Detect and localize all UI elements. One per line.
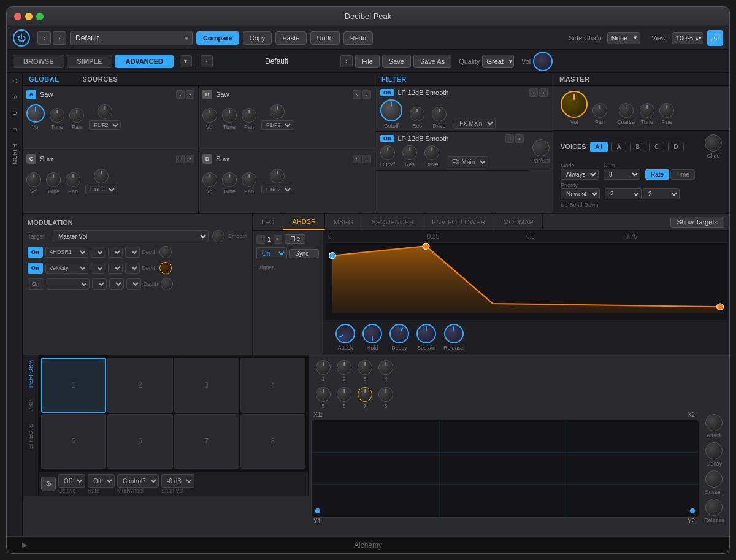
filter2-next[interactable]: › bbox=[515, 134, 524, 143]
voices-tab-a[interactable]: A bbox=[611, 142, 627, 152]
source-a-pan-knob[interactable] bbox=[69, 108, 84, 123]
filter1-drive-knob[interactable] bbox=[432, 107, 447, 121]
source-d-next[interactable]: › bbox=[362, 155, 371, 163]
redo-button[interactable]: Redo bbox=[343, 31, 373, 45]
mod-row1-on-button[interactable]: On bbox=[28, 247, 43, 258]
pad-5[interactable]: 5 bbox=[41, 414, 106, 469]
filter2-fx-select[interactable]: FX Main bbox=[447, 156, 488, 167]
lfo-next[interactable]: › bbox=[274, 235, 282, 244]
mod-row2-e-select[interactable]: E bbox=[91, 263, 105, 274]
source-a-f1f2-select[interactable]: F1/F2 bbox=[89, 120, 121, 130]
sustain-knob[interactable] bbox=[416, 324, 436, 343]
source-b-f1f2-knob[interactable] bbox=[270, 104, 285, 119]
filter1-cutoff-knob[interactable] bbox=[380, 99, 402, 121]
source-d-f1f2-knob[interactable] bbox=[270, 169, 285, 183]
lfo-file-button[interactable]: File bbox=[285, 234, 305, 244]
source-badge-c[interactable]: C bbox=[26, 154, 36, 164]
source-d-vol-knob[interactable] bbox=[202, 172, 217, 187]
master-tune-knob[interactable] bbox=[640, 103, 654, 118]
file-button[interactable]: File bbox=[355, 55, 380, 68]
show-targets-button[interactable]: Show Targets bbox=[670, 217, 724, 228]
source-a-f1f2-knob[interactable] bbox=[98, 104, 112, 119]
filter2-on-button[interactable]: On bbox=[380, 135, 394, 142]
mod-row1-e-select[interactable]: E bbox=[91, 247, 105, 258]
attack-knob[interactable] bbox=[332, 320, 359, 347]
snap-vol-select[interactable]: -6 dB bbox=[161, 474, 194, 488]
perf-knob-2[interactable] bbox=[337, 360, 351, 375]
copy-button[interactable]: Copy bbox=[243, 31, 272, 45]
mod-row3-e-select[interactable]: E bbox=[92, 278, 107, 290]
par-ser-knob[interactable] bbox=[532, 139, 550, 156]
sidebar-item-b[interactable]: B bbox=[12, 95, 18, 99]
mod-target-select[interactable]: Master Vol bbox=[53, 230, 209, 242]
xy-decay-knob[interactable] bbox=[705, 442, 723, 459]
xy-release-knob[interactable] bbox=[705, 499, 723, 516]
maximize-button[interactable] bbox=[36, 13, 44, 20]
sidebar-item-morph[interactable]: MORPH bbox=[12, 144, 18, 164]
filter2-prev[interactable]: ‹ bbox=[505, 134, 514, 143]
release-knob[interactable] bbox=[444, 324, 464, 343]
tab-advanced[interactable]: ADVANCED bbox=[115, 55, 174, 68]
filter2-cutoff-knob[interactable] bbox=[380, 145, 395, 160]
source-badge-d[interactable]: D bbox=[202, 154, 212, 164]
pad-4[interactable]: 4 bbox=[240, 358, 305, 413]
lfo-sync-button[interactable]: Sync bbox=[289, 249, 319, 258]
source-b-f1f2-select[interactable]: F1/F2 bbox=[261, 120, 293, 130]
pad-1[interactable]: 1 bbox=[41, 358, 106, 413]
perf-knob-4[interactable] bbox=[378, 360, 393, 375]
paste-button[interactable]: Paste bbox=[275, 31, 306, 45]
pad-7[interactable]: 7 bbox=[174, 414, 239, 469]
mod-row2-dash-select[interactable]: - bbox=[108, 263, 123, 274]
sidebar-item-c[interactable]: C bbox=[12, 111, 18, 115]
filter1-res-knob[interactable] bbox=[410, 107, 424, 121]
rate-button[interactable]: Rate bbox=[645, 169, 669, 180]
tab-simple[interactable]: SIMPLE bbox=[67, 55, 113, 68]
close-button[interactable] bbox=[14, 13, 21, 20]
source-badge-b[interactable]: B bbox=[202, 90, 212, 99]
master-vol-knob[interactable] bbox=[561, 91, 588, 118]
priority-select[interactable]: Newest bbox=[561, 188, 600, 199]
source-c-tune-knob[interactable] bbox=[46, 172, 61, 187]
source-b-prev[interactable]: ‹ bbox=[353, 90, 361, 99]
filter2-res-knob[interactable] bbox=[402, 145, 417, 160]
source-d-prev[interactable]: ‹ bbox=[353, 155, 361, 163]
save-button[interactable]: Save bbox=[382, 55, 411, 68]
mode-select[interactable]: Always bbox=[561, 169, 599, 180]
mod-row1-extra-select[interactable] bbox=[125, 247, 140, 258]
source-b-tune-knob[interactable] bbox=[222, 108, 237, 123]
preset-prev-arrow[interactable]: ▾ bbox=[180, 55, 192, 67]
mod-row3-on-button[interactable]: On bbox=[28, 278, 44, 290]
lfo-on-select[interactable]: On bbox=[256, 247, 287, 259]
decay-knob[interactable] bbox=[386, 320, 413, 347]
tab-mseg[interactable]: MSEG bbox=[325, 215, 362, 229]
mod-row2-extra-select[interactable] bbox=[125, 263, 140, 274]
mod-row2-depth-knob[interactable] bbox=[159, 262, 172, 274]
source-a-vol-knob[interactable] bbox=[26, 104, 45, 123]
save-as-button[interactable]: Save As bbox=[413, 55, 451, 68]
tab-modmap[interactable]: MODMAP bbox=[494, 215, 543, 229]
source-c-f1f2-select[interactable]: F1/F2 bbox=[85, 185, 117, 194]
source-d-f1f2-select[interactable]: F1/F2 bbox=[261, 185, 293, 194]
source-c-next[interactable]: › bbox=[186, 155, 194, 163]
source-b-pan-knob[interactable] bbox=[242, 108, 256, 123]
envelope-graph[interactable] bbox=[326, 243, 727, 320]
mod-row3-extra-select[interactable] bbox=[126, 278, 141, 290]
source-badge-a[interactable]: A bbox=[26, 90, 36, 99]
source-a-tune-knob[interactable] bbox=[50, 108, 64, 123]
perf-knob-1[interactable] bbox=[316, 360, 331, 375]
source-d-tune-knob[interactable] bbox=[222, 172, 237, 187]
link-button[interactable]: 🔗 bbox=[707, 30, 723, 46]
source-a-prev[interactable]: ‹ bbox=[176, 90, 185, 99]
next-preset-button[interactable]: › bbox=[53, 31, 66, 45]
filter1-fx-select[interactable]: FX Main bbox=[454, 118, 496, 129]
bend-p1-select[interactable]: 2 bbox=[605, 188, 642, 199]
source-c-f1f2-knob[interactable] bbox=[94, 169, 109, 183]
pad-8[interactable]: 8 bbox=[240, 414, 305, 469]
tab-lfo[interactable]: LFO bbox=[253, 215, 283, 229]
preset-nav-right[interactable]: › bbox=[340, 55, 353, 67]
perf-knob-7[interactable] bbox=[358, 387, 372, 402]
xy-pad-main[interactable] bbox=[311, 420, 699, 518]
mod-row3-source-select[interactable] bbox=[47, 278, 90, 290]
lfo-prev[interactable]: ‹ bbox=[256, 235, 265, 244]
view-select[interactable]: 100% ▴▾ bbox=[672, 32, 703, 44]
